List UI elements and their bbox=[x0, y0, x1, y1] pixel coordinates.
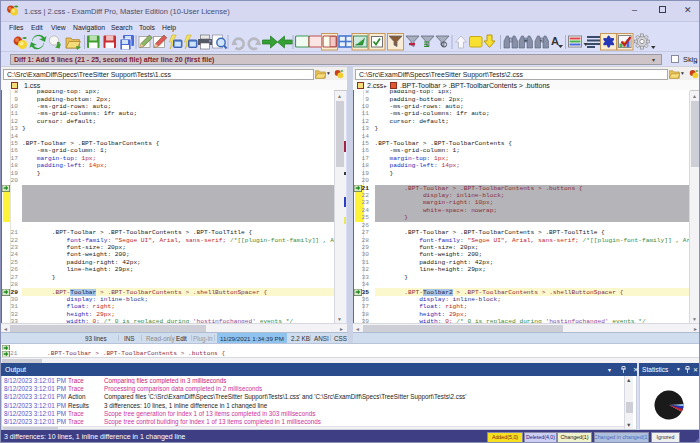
svg-text:A: A bbox=[551, 35, 559, 47]
svg-text:+: + bbox=[524, 37, 528, 43]
svg-text:-: - bbox=[540, 37, 542, 43]
